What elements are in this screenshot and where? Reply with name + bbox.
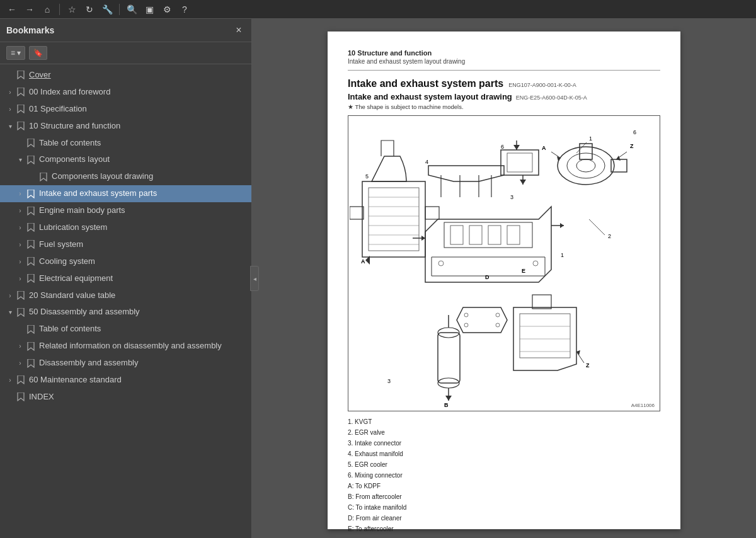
tree-arrow-10-electrical[interactable] [15,273,25,283]
tools-button[interactable]: 🔧 [100,3,114,16]
svg-point-56 [464,323,468,327]
tree-label-10-components: Components layout [39,154,246,165]
sidebar-menu-button[interactable]: ≡ ▾ [6,46,25,60]
tree-arrow-10-structure[interactable] [5,121,15,131]
tree-arrow-00-index[interactable] [5,87,15,97]
sidebar-item-10-components[interactable]: Components layout [0,151,251,168]
bookmark-icon-10-engine-body [26,206,35,216]
sidebar-item-50-disassembly[interactable]: 50 Disassembly and assembly [0,304,251,321]
tree-arrow-01-spec[interactable] [5,104,15,114]
svg-rect-13 [469,226,482,244]
sidebar-item-10-intake[interactable]: Intake and exhaust system parts [0,185,251,202]
tree-arrow-10-cooling[interactable] [15,256,25,266]
bookmark-icon-index [16,392,25,402]
svg-text:1: 1 [589,135,592,142]
sidebar-item-10-components-drawing[interactable]: Components layout drawing [0,168,251,185]
sidebar-item-index[interactable]: INDEX [0,389,251,406]
sidebar-item-50-disassembly-assembly[interactable]: Disassembly and assembly [0,355,251,372]
settings-button[interactable]: ⚙ [160,3,174,16]
bookmark-icon-10-cooling [26,256,35,266]
tree-arrow-10-engine-body[interactable] [15,206,25,216]
tree-label-10-engine-body: Engine main body parts [39,205,246,216]
sidebar-item-10-electrical[interactable]: Electrical equipment [0,270,251,287]
bookmark-icon-10-structure [16,121,25,131]
sidebar-item-00-index[interactable]: 00 Index and foreword [0,84,251,101]
bookmark-icon-60-maintenance [16,375,25,385]
zoom-in-button[interactable]: 🔍 [125,3,139,16]
sidebar-item-10-structure[interactable]: 10 Structure and function [0,118,251,135]
refresh-button[interactable]: ↻ [83,3,96,16]
svg-rect-12 [450,226,463,244]
svg-point-55 [496,313,500,317]
svg-rect-30 [350,207,364,219]
bookmark-icon-10-electrical [26,273,35,283]
home-button[interactable]: ⌂ [40,3,54,16]
bookmarks-tree: Cover00 Index and foreword01 Specificati… [0,64,251,538]
sidebar-item-20-standard[interactable]: 20 Standard value table [0,287,251,304]
tree-label-10-components-drawing: Components layout drawing [52,171,246,182]
svg-text:6: 6 [633,129,636,135]
tree-label-20-standard: 20 Standard value table [29,290,246,301]
sidebar-item-10-fuel[interactable]: Fuel system [0,236,251,253]
section-code: ENG107-A900-001-K-00-A [508,82,576,88]
tree-arrow-10-lubrication[interactable] [15,222,25,232]
sidebar-item-01-spec[interactable]: 01 Specification [0,101,251,118]
pdf-drawing-box: Z A [348,115,660,411]
sidebar-item-50-toc[interactable]: Table of contents [0,321,251,338]
tree-arrow-60-maintenance[interactable] [5,375,15,385]
tree-arrow-50-disassembly-assembly[interactable] [15,358,25,369]
svg-text:4: 4 [425,159,428,165]
svg-point-0 [558,147,614,185]
tree-label-10-fuel: Fuel system [39,239,246,250]
forward-button[interactable]: → [23,3,37,16]
sidebar-item-10-cooling[interactable]: Cooling system [0,253,251,270]
sidebar-header: Bookmarks × [0,19,251,42]
bookmark-icon-20-standard [16,290,25,300]
sidebar-item-50-related[interactable]: Related information on disassembly and a… [0,338,251,355]
pdf-subsection-title: Intake and exhaust system layout drawing… [348,92,660,101]
bookmark-icon-50-disassembly-assembly [26,358,35,369]
legend-item: A: To KDPF [348,481,660,491]
sidebar-bookmark-icon-button[interactable]: 🔖 [29,46,47,60]
svg-text:3: 3 [387,378,391,384]
tree-arrow-50-related[interactable] [15,341,25,352]
svg-point-54 [464,313,468,317]
tree-arrow-10-fuel[interactable] [15,239,25,249]
svg-marker-51 [445,396,452,401]
legend-item: 6. Mixing connector [348,470,660,481]
svg-text:Z: Z [586,362,590,369]
tree-arrow-10-components[interactable] [15,155,25,165]
close-bookmarks-button[interactable]: × [232,24,245,37]
tree-arrow-20-standard[interactable] [5,290,15,300]
sidebar-item-10-toc[interactable]: Table of contents [0,135,251,152]
svg-text:A: A [542,145,546,151]
tree-label-50-disassembly-assembly: Disassembly and assembly [39,358,246,369]
page-view-button[interactable]: ▣ [142,3,156,16]
svg-marker-35 [513,145,520,150]
svg-point-2 [576,159,595,172]
pdf-legend: 1. KVGT2. EGR valve3. Intake connector4.… [348,416,660,534]
tree-arrow-50-disassembly[interactable] [5,307,15,318]
sidebar-item-10-lubrication[interactable]: Lubrication system [0,219,251,236]
tree-label-50-disassembly: 50 Disassembly and assembly [29,307,246,318]
sidebar-item-60-maintenance[interactable]: 60 Maintenance standard [0,372,251,389]
tree-label-10-electrical: Electrical equipment [39,273,246,284]
svg-line-9 [551,152,561,158]
bookmark-icon-10-components [26,155,35,165]
sidebar-item-cover[interactable]: Cover [0,67,251,84]
tree-arrow-10-intake[interactable] [15,189,25,199]
svg-text:6: 6 [501,144,504,150]
menu-icon: ≡ [11,49,15,57]
back-button[interactable]: ← [5,3,19,16]
svg-rect-58 [520,314,570,358]
bookmark-button[interactable]: ☆ [65,3,79,16]
svg-marker-21 [560,223,564,228]
legend-item: E: To aftercooler [348,524,660,534]
sidebar-title: Bookmarks [6,25,54,35]
help-button[interactable]: ? [178,3,192,16]
panel-collapse-button[interactable]: ◂ [250,266,259,291]
pdf-content-area[interactable]: 10 Structure and function Intake and exh… [252,19,756,538]
sidebar-item-10-engine-body[interactable]: Engine main body parts [0,202,251,219]
svg-line-64 [576,352,584,363]
svg-text:2: 2 [608,233,611,239]
